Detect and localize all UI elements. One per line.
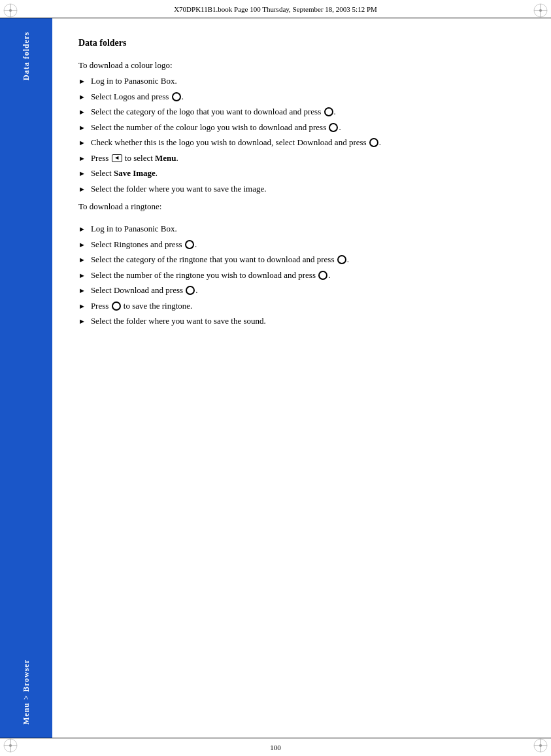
bullet-arrow: ► — [78, 316, 86, 327]
step-text: Select Ringtones and press . — [91, 238, 518, 251]
list-item: ► Select Download and press . — [78, 284, 518, 297]
step-text: Select Save Image. — [91, 167, 518, 180]
section-title: Data folders — [78, 38, 518, 48]
step-text: Select Download and press . — [91, 284, 518, 297]
list-item: ► Select the folder where you want to sa… — [78, 182, 518, 196]
bullet-arrow: ► — [78, 153, 86, 164]
footer-bar: 100 — [0, 738, 551, 756]
bullet-arrow: ► — [78, 270, 86, 281]
bullet-arrow: ► — [78, 168, 86, 179]
step-text: Check whether this is the logo you wish … — [91, 136, 518, 149]
step-text: Press to save the ringtone. — [91, 300, 518, 313]
circle-button-icon — [337, 255, 346, 264]
bullet-arrow: ► — [78, 92, 86, 103]
list-item: ► Select the folder where you want to sa… — [78, 315, 518, 328]
bullet-arrow: ► — [78, 122, 86, 133]
list-item: ► Log in to Panasonic Box. — [78, 75, 518, 88]
page-number: 100 — [270, 744, 281, 751]
bullet-arrow: ► — [78, 137, 86, 148]
bullet-arrow: ► — [78, 239, 86, 250]
main-content: Data folders To download a colour logo: … — [52, 18, 551, 738]
list-item: ► Select the category of the ringtone th… — [78, 253, 518, 266]
bullet-arrow: ► — [78, 301, 86, 312]
bullet-arrow: ► — [78, 107, 86, 118]
list-item: ► Log in to Panasonic Box. — [78, 222, 518, 235]
bullet-arrow: ► — [78, 224, 86, 235]
list-item: ► Press ◄ to select Menu. — [78, 152, 518, 165]
logo-intro: To download a colour logo: — [78, 60, 518, 71]
logo-steps-list: ► Log in to Panasonic Box. ► Select Logo… — [78, 75, 518, 195]
list-item: ► Select Ringtones and press . — [78, 238, 518, 251]
step-text: Select the category of the logo that you… — [91, 105, 518, 118]
circle-button-icon — [185, 240, 194, 249]
list-item: ► Select Save Image. — [78, 167, 518, 180]
list-item: ► Select Logos and press . — [78, 90, 518, 103]
ringtone-intro: To download a ringtone: — [78, 201, 518, 212]
circle-button-icon — [112, 301, 121, 311]
step-text: Select the category of the ringtone that… — [91, 253, 518, 266]
step-text: Log in to Panasonic Box. — [91, 75, 518, 88]
sidebar: Data folders Menu > Browser — [0, 18, 52, 738]
circle-button-icon — [318, 271, 327, 280]
header-text: X70DPK11B1.book Page 100 Thursday, Septe… — [174, 5, 377, 13]
list-item: ► Select the number of the ringtone you … — [78, 269, 518, 282]
step-text: Log in to Panasonic Box. — [91, 222, 518, 235]
list-item: ► Select the number of the colour logo y… — [78, 121, 518, 134]
step-text: Select the folder where you want to save… — [91, 182, 518, 196]
circle-button-icon — [324, 107, 333, 116]
step-text: Press ◄ to select Menu. — [91, 152, 518, 165]
circle-button-icon — [329, 123, 338, 132]
list-item: ► Check whether this is the logo you wis… — [78, 136, 518, 149]
step-text: Select the number of the ringtone you wi… — [91, 269, 518, 282]
ringtone-steps-list: ► Log in to Panasonic Box. ► Select Ring… — [78, 222, 518, 328]
step-text: Select the folder where you want to save… — [91, 315, 518, 328]
bullet-arrow: ► — [78, 254, 86, 266]
list-item: ► Select the category of the logo that y… — [78, 105, 518, 118]
back-button-icon: ◄ — [112, 154, 122, 162]
step-text: Select Logos and press . — [91, 90, 518, 103]
circle-button-icon — [172, 92, 181, 101]
bullet-arrow: ► — [78, 184, 86, 195]
bullet-arrow: ► — [78, 76, 86, 87]
circle-button-icon — [369, 138, 378, 147]
header-bar: X70DPK11B1.book Page 100 Thursday, Septe… — [0, 0, 551, 18]
list-item: ► Press to save the ringtone. — [78, 300, 518, 313]
sidebar-bottom-label: Menu > Browser — [22, 659, 31, 725]
sidebar-top-label: Data folders — [22, 31, 31, 80]
bullet-arrow: ► — [78, 285, 86, 296]
step-text: Select the number of the colour logo you… — [91, 121, 518, 134]
circle-button-icon — [186, 286, 195, 295]
